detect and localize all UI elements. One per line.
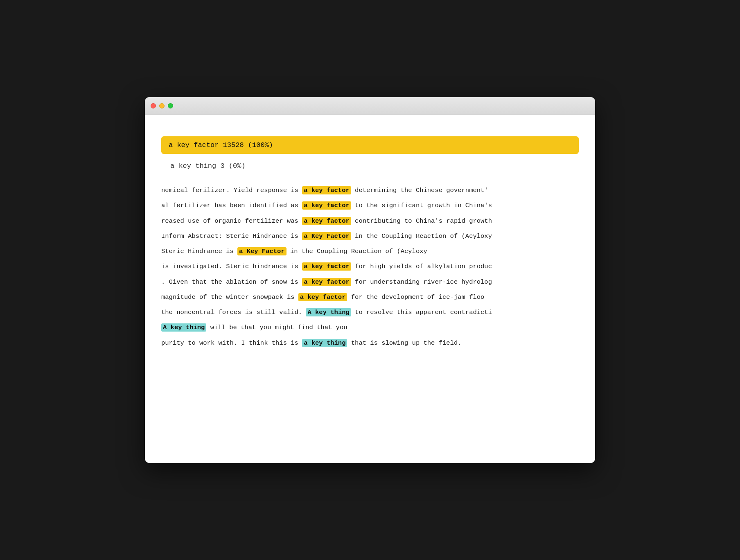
concordance-before: reased use of organic fertilizer was [161, 217, 302, 225]
result-bar-0[interactable]: a key factor 13528 (100%) [161, 136, 579, 154]
titlebar [145, 97, 595, 115]
concordance-line: nemical ferilizer. Yield response is a k… [161, 183, 579, 198]
concordance-before: Steric Hindrance is [161, 248, 237, 255]
concordance-highlight: a key factor [302, 217, 351, 225]
concordance-line: . Given that the ablation of snow is a k… [161, 275, 579, 290]
concordance-highlight: a key thing [302, 339, 347, 347]
concordance-lines: nemical ferilizer. Yield response is a k… [161, 183, 579, 351]
concordance-before: nemical ferilizer. Yield response is [161, 187, 302, 194]
concordance-highlight: a Key Factor [237, 247, 287, 255]
concordance-after: for high yields of alkylation produc [351, 263, 492, 270]
concordance-after: contributing to China's rapid growth [351, 217, 492, 225]
concordance-after: in the Coupling Reaction of (Acyloxy [351, 233, 492, 240]
concordance-line: Inform Abstract: Steric Hindrance is a K… [161, 229, 579, 244]
results-section: a key factor 13528 (100%)a key thing 3 (… [161, 136, 579, 175]
traffic-lights [151, 103, 173, 108]
concordance-highlight: a key factor [302, 262, 351, 271]
concordance-after: to the significant growth in China's [351, 202, 492, 209]
concordance-line: purity to work with. I think this is a k… [161, 336, 579, 351]
concordance-line: is investigated. Steric hindrance is a k… [161, 259, 579, 274]
concordance-after: to resolve this apparent contradicti [351, 309, 492, 316]
concordance-before: purity to work with. I think this is [161, 339, 302, 347]
concordance-after: will be that you might find that you [206, 324, 347, 331]
concordance-before: magnitude of the winter snowpack is [161, 294, 298, 301]
close-button[interactable] [151, 103, 156, 108]
minimize-button[interactable] [159, 103, 165, 108]
concordance-highlight: A key thing [306, 308, 351, 316]
concordance-line: magnitude of the winter snowpack is a ke… [161, 290, 579, 305]
concordance-line: reased use of organic fertilizer was a k… [161, 214, 579, 229]
concordance-after: determining the Chinese government' [351, 187, 488, 194]
concordance-highlight: a key factor [302, 186, 351, 194]
concordance-after: for understanding river-ice hydrolog [351, 278, 492, 286]
concordance-before: Inform Abstract: Steric Hindrance is [161, 233, 302, 240]
concordance-line: al fertilizer has been identified as a k… [161, 198, 579, 213]
app-window: a key factor 13528 (100%)a key thing 3 (… [145, 97, 595, 463]
concordance-highlight: a key factor [302, 201, 351, 210]
concordance-line: Steric Hindrance is a Key Factor in the … [161, 244, 579, 259]
result-bar-1[interactable]: a key thing 3 (0%) [161, 157, 579, 175]
concordance-highlight: a key factor [298, 293, 347, 301]
concordance-highlight: a Key Factor [302, 232, 351, 240]
concordance-before: is investigated. Steric hindrance is [161, 263, 302, 270]
concordance-before: al fertilizer has been identified as [161, 202, 302, 209]
concordance-line: the noncentral forces is still valid. A … [161, 305, 579, 320]
concordance-highlight: a key factor [302, 278, 351, 286]
main-content: a key factor 13528 (100%)a key thing 3 (… [145, 115, 595, 463]
concordance-after: that is slowing up the field. [347, 339, 461, 347]
concordance-before: the noncentral forces is still valid. [161, 309, 306, 316]
maximize-button[interactable] [168, 103, 173, 108]
concordance-line: A key thing will be that you might find … [161, 320, 579, 335]
concordance-after: in the Coupling Reaction of (Acyloxy [287, 248, 427, 255]
concordance-highlight: A key thing [161, 323, 206, 332]
concordance-before: . Given that the ablation of snow is [161, 278, 302, 286]
concordance-after: for the development of ice-jam floo [347, 294, 484, 301]
